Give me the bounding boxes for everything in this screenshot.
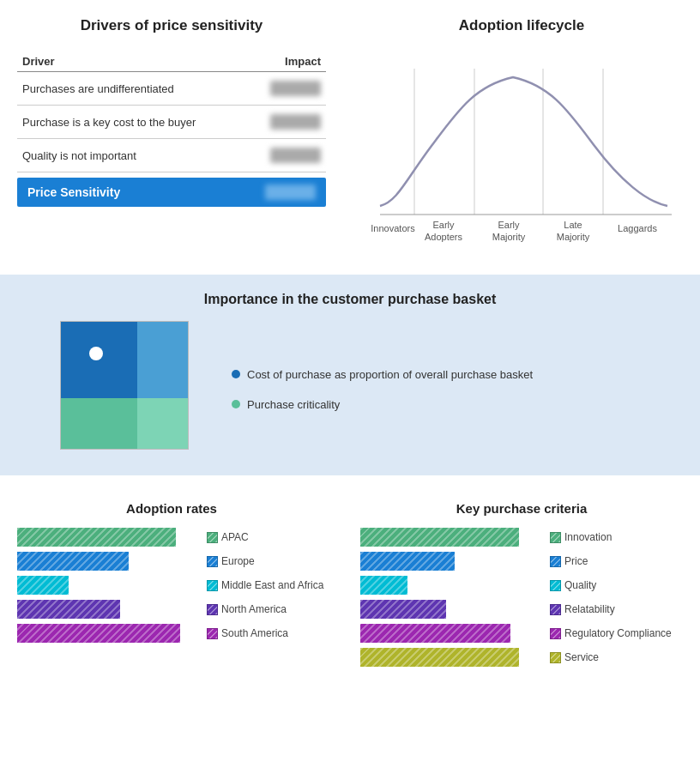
impact-value: Medium [270,81,321,96]
bar-legend-icon [550,628,561,639]
svg-text:Majority: Majority [492,232,526,242]
drivers-panel: Drivers of price sensitivity Driver Impa… [0,9,343,266]
bar [17,528,176,547]
bar-legend-icon [550,532,561,543]
bar-container [17,624,202,643]
bar-legend-icon [550,556,561,567]
legend-label: Cost of purchase as proportion of overal… [247,368,533,381]
bar [360,600,446,619]
bar [17,624,180,643]
bar-row: Relatability [360,600,683,619]
bar-container [360,624,545,643]
bar-row: South America [17,624,326,643]
driver-cell: Purchase is a key cost to the buyer [17,106,250,139]
bar-container [360,600,545,619]
bar-row: Quality [360,576,683,595]
purchase-criteria-title: Key purchase criteria [360,501,683,516]
bar-legend-icon [550,580,561,591]
price-sensitivity-row[interactable]: Price Sensitivity Medium [17,178,326,207]
bottom-section: Adoption rates APAC Europe [0,484,700,684]
bar-legend-icon [207,628,218,639]
table-row: Quality is not important Medium [17,139,326,172]
impact-value: Medium [270,148,321,163]
adoption-rates-title: Adoption rates [17,501,326,516]
impact-cell: Medium [250,72,326,106]
bar-container [17,600,202,619]
basket-grid [60,321,189,450]
bar-row: Regulatory Compliance [360,624,683,643]
basket-quadrant-tr [137,322,188,398]
svg-text:Majority: Majority [557,232,590,242]
col-driver-header: Driver [17,51,250,72]
basket-section: Importance in the customer purchase bask… [0,275,700,475]
impact-cell: Medium [250,106,326,139]
adoption-rates-chart: APAC Europe Middle East and Africa [17,528,326,643]
bar-container [360,528,545,547]
bar-label: Innovation [564,531,612,543]
list-item: Cost of purchase as proportion of overal… [232,368,533,381]
bar-row: Price [360,552,683,571]
basket-legend: Cost of purchase as proportion of overal… [232,368,533,411]
driver-cell: Quality is not important [17,139,250,172]
purchase-criteria-panel: Key purchase criteria Innovation Price [343,493,700,675]
bar-label: Relatability [564,603,615,615]
bar-row: Europe [17,552,326,571]
bar-legend-icon [207,604,218,615]
svg-text:Innovators: Innovators [371,223,415,233]
basket-indicator-dot [89,347,103,360]
price-sensitivity-impact: Medium [265,184,316,200]
table-row: Purchases are undifferentiated Medium [17,72,326,106]
impact-value: Medium [270,114,321,130]
bar-legend-icon [207,556,218,567]
legend-dot [232,370,240,378]
driver-cell: Purchases are undifferentiated [17,72,250,106]
bar-container [17,552,202,571]
bar [360,648,519,667]
bar-legend-icon [207,580,218,591]
svg-text:Adopters: Adopters [425,232,463,242]
bar-label: Regulatory Compliance [564,627,672,639]
purchase-criteria-chart: Innovation Price Quality [360,528,683,667]
bar-container [17,576,202,595]
bar-label: Quality [564,579,596,591]
price-sensitivity-label: Price Sensitivity [27,185,120,199]
driver-table: Driver Impact Purchases are undifferenti… [17,51,326,172]
lifecycle-title: Adoption lifecycle [360,17,683,34]
bar-legend-icon [550,652,561,663]
svg-text:Late: Late [564,220,582,230]
bar [17,552,129,571]
bar-row: Innovation [360,528,683,547]
bar [360,528,519,547]
bar-legend-icon [207,532,218,543]
bar [360,576,407,595]
drivers-title: Drivers of price sensitivity [17,17,326,34]
bar-container [17,528,202,547]
basket-quadrant-br [137,398,188,449]
basket-title: Importance in the customer purchase bask… [26,292,674,307]
list-item: Purchase criticality [232,398,533,411]
basket-visual [60,321,197,458]
bar-container [360,552,545,571]
bar-row: APAC [17,528,326,547]
bar-row: North America [17,600,326,619]
bar-label: APAC [221,531,249,543]
bar [360,624,510,643]
col-impact-header: Impact [250,51,326,72]
bar-label: Service [564,651,599,663]
lifecycle-chart: Innovators Early Adopters Early Majority… [363,51,680,257]
bar-container [360,648,545,667]
basket-content: Cost of purchase as proportion of overal… [26,321,674,458]
svg-text:Laggards: Laggards [618,223,657,233]
bar-row: Middle East and Africa [17,576,326,595]
bar-row: Service [360,648,683,667]
bar [360,552,455,571]
bar-legend-icon [550,604,561,615]
impact-cell: Medium [250,139,326,172]
lifecycle-panel: Adoption lifecycle Innovators Early Adop… [343,9,700,266]
legend-label: Purchase criticality [247,398,340,411]
bar-container [360,576,545,595]
bar-label: Europe [221,555,255,567]
svg-text:Early: Early [432,220,455,230]
bar [17,600,120,619]
lifecycle-svg: Innovators Early Adopters Early Majority… [363,51,680,257]
